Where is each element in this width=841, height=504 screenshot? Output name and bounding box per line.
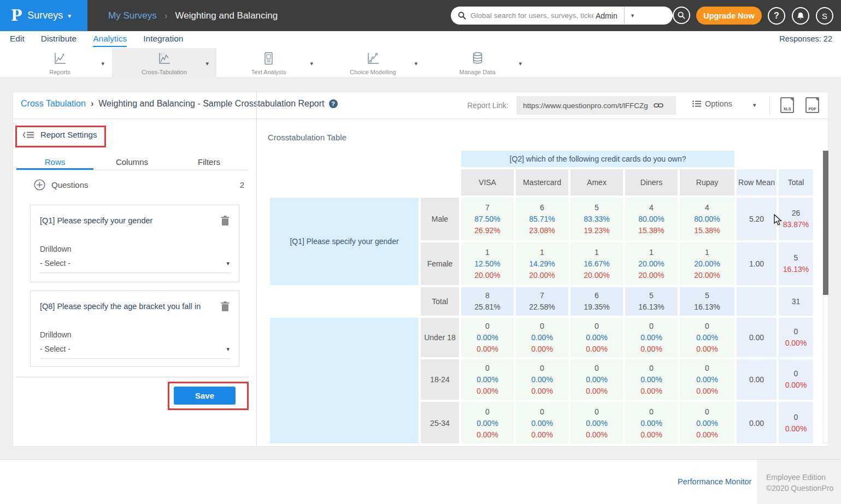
row-total-cell: 00.00% — [779, 402, 813, 443]
divider — [769, 96, 770, 115]
performance-monitor-link[interactable]: Performance Monitor — [678, 477, 751, 486]
row-question-cell — [270, 318, 419, 443]
row-label: Female — [421, 242, 459, 285]
tab-edit[interactable]: Edit — [10, 31, 25, 46]
report-settings-button[interactable]: Report Settings — [22, 130, 97, 139]
help-button[interactable]: ? — [768, 7, 785, 25]
data-cell: 00.00%0.00% — [625, 402, 678, 443]
total-data-cell: 619.35% — [571, 287, 623, 316]
breadcrumb-current: Weighting and Balancing — [175, 10, 278, 21]
column-header-diners: Diners — [625, 169, 678, 195]
report-url[interactable]: https://www.questionpro.com/t/lFFCZg — [523, 102, 648, 110]
settings-tab-columns[interactable]: Columns — [93, 155, 170, 170]
table-corner — [737, 151, 813, 167]
total-column-header: Total — [779, 169, 813, 195]
toolbar-item-label: Text Analysis — [216, 69, 321, 75]
data-cell: 00.00%0.00% — [680, 359, 734, 400]
options-list-icon — [692, 100, 701, 108]
total-data-cell: 825.81% — [461, 287, 514, 316]
drilldown-select-value: - Select - — [40, 259, 70, 268]
notifications-button[interactable] — [792, 7, 809, 25]
grand-total-cell: 31 — [779, 287, 813, 316]
top-bar: P Surveys ▾ My Surveys › Weighting and B… — [0, 0, 841, 31]
tab-integration[interactable]: Integration — [143, 31, 183, 46]
chevron-down-icon[interactable]: ▾ — [205, 60, 209, 67]
row-total-cell: 00.00% — [779, 318, 813, 357]
search-button[interactable] — [673, 7, 690, 24]
chevron-down-icon[interactable]: ▾ — [101, 60, 104, 67]
toolbar-item-cross-tabulation[interactable]: Cross-Tabulation▾ — [112, 48, 216, 78]
choice-chart-icon — [366, 51, 380, 68]
export-xls-button[interactable]: XLS — [780, 97, 794, 113]
data-cell: 114.29%20.00% — [516, 242, 568, 285]
data-cell: 112.50%20.00% — [461, 242, 514, 285]
xls-label: XLS — [781, 107, 793, 111]
data-cell: 00.00%0.00% — [625, 318, 678, 357]
chevron-down-icon[interactable]: ▾ — [310, 60, 313, 67]
surveys-menu[interactable]: P Surveys ▾ — [0, 0, 87, 31]
data-cell: 787.50%26.92% — [461, 198, 514, 240]
edition-line1: Employee Edition — [766, 472, 841, 483]
options-chevron-icon[interactable]: ▾ — [753, 102, 756, 109]
report-link-field[interactable]: https://www.questionpro.com/t/lFFCZg — [516, 96, 676, 115]
question-text: [Q1] Please specify your gender — [40, 216, 209, 225]
page-fold-icon — [790, 98, 793, 102]
upgrade-now-button[interactable]: Upgrade Now — [696, 7, 762, 25]
avatar[interactable]: S — [816, 7, 833, 25]
delete-question-icon[interactable] — [220, 215, 230, 228]
search-icon — [458, 11, 466, 20]
chevron-down-icon[interactable]: ▾ — [519, 60, 522, 67]
toolbar-item-label: Choice Modelling — [321, 69, 425, 75]
data-cell: 480.00%15.38% — [625, 198, 678, 240]
search-scope-label[interactable]: Admin — [596, 11, 617, 20]
delete-question-icon[interactable] — [220, 301, 230, 314]
add-question-icon[interactable] — [34, 179, 45, 191]
drilldown-select[interactable]: - Select -▾ — [40, 345, 231, 359]
toolbar-item-reports[interactable]: Reports▾ — [8, 48, 112, 78]
toolbar-item-choice-modelling[interactable]: Choice Modelling▾ — [321, 48, 425, 78]
table-corner — [270, 151, 459, 167]
bell-icon — [797, 12, 804, 20]
export-pdf-button[interactable]: PDF — [805, 97, 819, 113]
save-button[interactable]: Save — [174, 387, 236, 405]
column-question-header: [Q2] which of the following credit cards… — [461, 151, 734, 167]
questions-header: Questions 2 — [16, 179, 249, 192]
search-scope-chevron-icon[interactable]: ▾ — [631, 12, 634, 19]
chevron-down-icon[interactable]: ▾ — [414, 60, 417, 67]
cross-tab-chart-icon — [157, 51, 172, 68]
settings-tab-filters[interactable]: Filters — [170, 155, 248, 170]
report-settings-panel: Report Settings RowsColumnsFilters Quest… — [13, 92, 257, 447]
column-header-rupay: Rupay — [680, 169, 734, 195]
crosstab-grid: [Q2] which of the following credit cards… — [268, 149, 815, 443]
settings-tab-rows[interactable]: Rows — [16, 155, 93, 170]
search-input[interactable] — [471, 11, 593, 20]
table-corner — [270, 169, 459, 195]
question-card: [Q1] Please specify your genderDrilldown… — [30, 205, 239, 282]
total-data-cell: 722.58% — [516, 287, 568, 316]
page-fold-icon — [815, 98, 819, 102]
global-search[interactable]: Admin ▾ — [451, 7, 673, 25]
options-label: Options — [705, 99, 732, 108]
link-icon[interactable] — [654, 102, 663, 109]
total-data-cell: 516.13% — [625, 287, 678, 316]
data-cell: 00.00%0.00% — [571, 402, 623, 443]
row-mean-cell: 0.00 — [737, 318, 777, 357]
options-menu[interactable]: Options — [692, 99, 732, 108]
breadcrumb-my-surveys[interactable]: My Surveys — [108, 10, 157, 21]
row-label: Under 18 — [421, 318, 459, 357]
title-help-icon[interactable]: ? — [329, 99, 338, 108]
drilldown-label: Drilldown — [40, 245, 72, 253]
product-label: Surveys — [27, 10, 63, 21]
table-scrollbar-thumb[interactable] — [823, 151, 828, 295]
drilldown-select-value: - Select - — [40, 345, 70, 353]
tab-distribute[interactable]: Distribute — [41, 31, 77, 46]
tab-analytics[interactable]: Analytics — [93, 31, 127, 47]
toolbar-item-text-analysis[interactable]: Text Analysis▾ — [216, 48, 321, 78]
divider — [16, 377, 249, 377]
toolbar-item-manage-data[interactable]: Manage Data▾ — [425, 48, 530, 78]
drilldown-select[interactable]: - Select -▾ — [40, 259, 231, 273]
analytics-toolbar: Reports▾Cross-Tabulation▾Text Analysis▾C… — [0, 48, 841, 78]
data-cell: 685.71%23.08% — [516, 198, 568, 240]
question-text: [Q8] Please specify the age bracket you … — [40, 302, 209, 311]
data-cell: 00.00%0.00% — [680, 318, 734, 357]
